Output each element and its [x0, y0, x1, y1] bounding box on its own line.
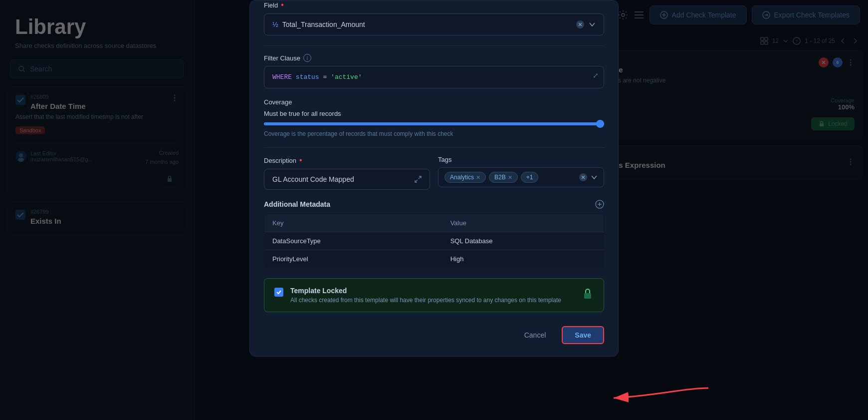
filter-value: 'active' [331, 73, 362, 81]
coverage-fill [264, 122, 604, 125]
add-metadata-icon[interactable] [595, 200, 604, 209]
field-type-icon: ½ [272, 20, 278, 28]
table-row: PriorityLevel High [264, 250, 604, 268]
metadata-value-2: High [442, 250, 604, 268]
metadata-value-1: SQL Database [442, 232, 604, 250]
cancel-button[interactable]: Cancel [516, 327, 554, 343]
filter-clause-section: Filter Clause i WHERE status = 'active' … [264, 54, 604, 88]
coverage-thumb[interactable] [596, 120, 604, 128]
metadata-section: Additional Metadata Key Value DataSourc [264, 200, 604, 268]
divider-2 [264, 147, 604, 148]
filter-clause-box[interactable]: WHERE status = 'active' ⤢ [264, 66, 604, 88]
metadata-table: Key Value DataSourceType SQL Database Pr… [264, 214, 604, 268]
filter-info-icon[interactable]: i [303, 54, 311, 62]
filter-op: = [323, 73, 327, 81]
metadata-col-value: Value [442, 214, 604, 232]
filter-where: WHERE [272, 73, 292, 81]
metadata-key-2: PriorityLevel [264, 250, 442, 268]
tags-container: Analytics ✕ B2B ✕ +1 [438, 167, 604, 187]
divider [264, 45, 604, 46]
clear-field-icon[interactable] [576, 20, 585, 29]
metadata-key-1: DataSourceType [264, 232, 442, 250]
tags-dropdown-icon[interactable] [591, 174, 598, 181]
template-locked-icon [582, 288, 594, 302]
field-section: Field • ½ Total_Transaction_Amount [264, 0, 604, 35]
remove-tag-analytics[interactable]: ✕ [476, 174, 480, 181]
coverage-slider[interactable] [264, 122, 604, 125]
tags-extra[interactable]: +1 [521, 172, 539, 183]
tag-chip-analytics: Analytics ✕ [444, 172, 486, 183]
red-arrow-indicator [609, 373, 718, 405]
svg-rect-53 [584, 293, 591, 299]
desc-tags-row: Description • GL Account Code Mapped Tag… [264, 156, 604, 190]
description-input[interactable]: GL Account Code Mapped [264, 169, 430, 190]
dropdown-icon[interactable] [589, 21, 596, 28]
template-locked-title: Template Locked [290, 287, 575, 295]
remove-tag-b2b[interactable]: ✕ [508, 174, 512, 181]
coverage-sublabel: Must be true for all records [264, 110, 341, 117]
field-value: Total_Transaction_Amount [282, 20, 365, 28]
coverage-note: Coverage is the percentage of records th… [264, 130, 604, 137]
modal-overlay: Field • ½ Total_Transaction_Amount [0, 0, 868, 420]
clear-tags-icon[interactable] [579, 173, 588, 182]
coverage-label: Coverage [264, 98, 604, 106]
metadata-col-key: Key [264, 214, 442, 232]
coverage-section: Coverage Must be true for all records Co… [264, 98, 604, 137]
filter-field: status [296, 73, 319, 81]
filter-clause-label: Filter Clause i [264, 54, 604, 62]
template-locked-checkbox[interactable] [274, 288, 283, 297]
field-input-container[interactable]: ½ Total_Transaction_Amount [264, 13, 604, 35]
description-value: GL Account Code Mapped [272, 175, 354, 183]
modal-dialog: Field • ½ Total_Transaction_Amount [249, 0, 619, 357]
description-label: Description • [264, 156, 430, 165]
coverage-sublabel-row: Must be true for all records [264, 110, 604, 117]
tags-label: Tags [438, 156, 604, 163]
required-indicator: • [281, 0, 284, 9]
table-row: DataSourceType SQL Database [264, 232, 604, 250]
template-locked-desc: All checks created from this template wi… [290, 297, 575, 304]
template-locked-box: Template Locked All checks created from … [264, 278, 604, 312]
tag-chip-b2b: B2B ✕ [489, 172, 518, 183]
expand-desc-icon[interactable] [415, 176, 422, 183]
field-label: Field • [264, 0, 604, 9]
modal-footer: Cancel Save [264, 322, 604, 344]
save-button[interactable]: Save [562, 326, 604, 344]
desc-required: • [299, 156, 302, 165]
expand-icon[interactable]: ⤢ [593, 71, 599, 80]
metadata-header: Additional Metadata [264, 200, 604, 209]
